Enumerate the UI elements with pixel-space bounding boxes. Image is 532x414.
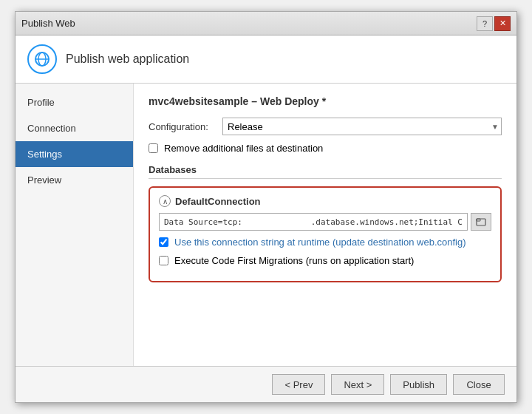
svg-rect-3 — [477, 219, 485, 225]
sidebar-item-settings[interactable]: Settings — [16, 141, 133, 167]
publish-icon — [27, 44, 57, 74]
svg-rect-4 — [477, 219, 480, 221]
sidebar-item-connection[interactable]: Connection — [16, 115, 133, 141]
close-button[interactable]: Close — [453, 374, 505, 395]
use-connection-string-checkbox[interactable] — [159, 237, 168, 247]
page-title: mvc4websitesample – Web Deploy * — [149, 95, 502, 107]
configuration-select[interactable]: Release — [222, 118, 502, 135]
remove-files-checkbox[interactable] — [149, 143, 158, 153]
close-title-button[interactable]: ✕ — [494, 16, 511, 31]
dialog-footer: < Prev Next > Publish Close — [16, 366, 516, 402]
configuration-row: Configuration: Release ▼ — [149, 118, 502, 135]
sidebar: Profile Connection Settings Preview — [16, 84, 134, 366]
db-connection-input-row — [159, 213, 491, 231]
db-header: ∧ DefaultConnection — [159, 195, 491, 207]
db-connection-box: ∧ DefaultConnection Us — [149, 186, 502, 282]
execute-migrations-checkbox[interactable] — [159, 256, 168, 265]
use-connection-string-link[interactable]: Use this connection string at runtime (u… — [174, 237, 466, 248]
publish-button[interactable]: Publish — [390, 374, 447, 395]
collapse-icon[interactable]: ∧ — [159, 195, 171, 207]
dialog-header-text: Publish web application — [66, 52, 189, 66]
db-browse-button[interactable] — [471, 213, 491, 231]
dialog-body: Profile Connection Settings Preview mvc4… — [16, 84, 516, 366]
browse-icon — [476, 217, 486, 227]
remove-files-row: Remove additional files at destination — [149, 143, 502, 154]
sidebar-item-preview[interactable]: Preview — [16, 167, 133, 193]
main-content: mvc4websitesample – Web Deploy * Configu… — [134, 84, 516, 366]
publish-web-dialog: Publish Web ? ✕ Publish web application … — [15, 11, 517, 403]
dialog-title: Publish Web — [21, 18, 75, 29]
sidebar-item-profile[interactable]: Profile — [16, 89, 133, 115]
prev-button[interactable]: < Prev — [272, 374, 325, 395]
title-bar: Publish Web ? ✕ — [16, 12, 516, 35]
execute-migrations-row: Execute Code First Migrations (runs on a… — [159, 255, 491, 266]
use-connection-string-label[interactable]: Use this connection string at runtime (u… — [174, 237, 466, 248]
use-connection-string-row: Use this connection string at runtime (u… — [159, 237, 491, 248]
next-button[interactable]: Next > — [331, 374, 384, 395]
configuration-label: Configuration: — [149, 121, 215, 132]
execute-migrations-label[interactable]: Execute Code First Migrations (runs on a… — [174, 255, 414, 266]
databases-section-title: Databases — [149, 164, 502, 179]
remove-files-label[interactable]: Remove additional files at destination — [164, 143, 323, 154]
db-connection-name: DefaultConnection — [175, 196, 261, 207]
configuration-select-wrapper: Release ▼ — [222, 118, 502, 135]
help-button[interactable]: ? — [477, 16, 493, 31]
dialog-header: Publish web application — [16, 35, 516, 84]
title-bar-buttons: ? ✕ — [477, 16, 511, 31]
db-connection-input[interactable] — [159, 213, 468, 231]
